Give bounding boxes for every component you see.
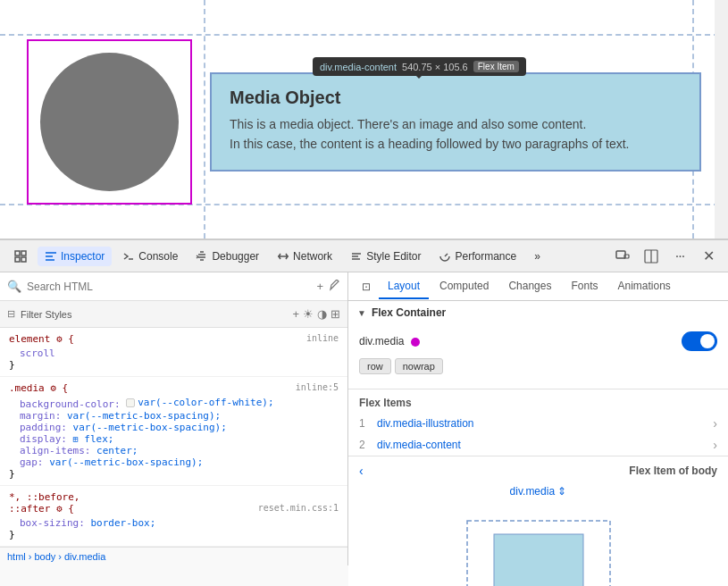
flex-item-body-header: ‹ Flex Item of body: [359, 464, 717, 478]
tab-style-editor[interactable]: Style Editor: [343, 247, 428, 266]
html-panel: 🔍 + ⊟ Filter Styles + ☀: [0, 272, 348, 565]
svg-rect-3: [21, 257, 26, 262]
flex-item-name-2: div.media-content: [377, 439, 713, 451]
breadcrumb-html[interactable]: html: [7, 551, 26, 562]
tooltip-filename: div.media-content: [320, 62, 397, 72]
flex-container-section-header[interactable]: ▼ Flex Container: [348, 301, 728, 324]
html-search-bar: 🔍 +: [0, 272, 347, 301]
css-prop-display: display: ⊞ flex;: [9, 433, 339, 445]
color-scheme-button[interactable]: ◑: [317, 307, 327, 321]
css-source-element: inline: [306, 333, 339, 343]
tool-inspector-icon[interactable]: [7, 247, 34, 266]
html-breadcrumb: html › body › div.media: [0, 547, 347, 565]
breadcrumb-div-media[interactable]: div.media: [64, 551, 105, 562]
flex-container-item-label: div.media: [359, 335, 420, 347]
css-rule-close-reset: }: [9, 529, 339, 540]
flex-item-body-section: ‹ Flex Item of body div.media ⇕: [348, 456, 728, 586]
media-circle-image: [40, 53, 179, 191]
css-selector-reset: *, ::before, ::after ⚙ { reset.min.css:1: [9, 491, 339, 515]
css-selector-element: element ⚙ { inline: [9, 333, 339, 345]
split-panel-button[interactable]: [639, 244, 664, 269]
css-rule-element: element ⚙ { inline scroll }: [0, 328, 347, 377]
close-devtools-button[interactable]: ✕: [696, 244, 721, 269]
tab-network[interactable]: Network: [270, 247, 339, 266]
tab-performance[interactable]: Performance: [431, 247, 523, 266]
breadcrumb-sep-2: ›: [58, 551, 62, 562]
css-source-media: inline:5: [296, 382, 339, 392]
ellipsis-icon: ···: [675, 248, 684, 264]
box-model-svg: [449, 512, 628, 586]
tooltip-dims: 540.75 × 105.6: [402, 62, 468, 72]
split-panel-icon: [644, 249, 658, 264]
debugger-icon: [196, 250, 208, 263]
tab-network-label: Network: [293, 250, 332, 263]
tab-animations[interactable]: Animations: [608, 274, 679, 299]
style-editor-icon: [350, 250, 363, 263]
media-paragraph-2: In this case, the content is a heading f…: [230, 137, 682, 151]
css-right-panel: ⊡ Layout Computed Changes Fonts Animatio…: [348, 272, 728, 586]
media-illustration: [27, 39, 192, 205]
flex-item-2[interactable]: 2 div.media-content ›: [348, 434, 728, 456]
console-icon: [122, 250, 135, 263]
scrollbar[interactable]: [715, 0, 728, 239]
breadcrumb-body[interactable]: body: [34, 551, 55, 562]
flex-container-label: Flex Container: [372, 306, 446, 319]
flex-item-name-1: div.media-illustration: [377, 417, 713, 430]
flex-container-toggle[interactable]: [682, 331, 717, 351]
preview-content: Media Object This is a media object. The…: [0, 0, 728, 239]
css-rule-close: }: [9, 359, 339, 371]
tab-console-label: Console: [138, 250, 178, 263]
flex-items-header: Flex Items: [348, 397, 728, 409]
svg-rect-2: [15, 257, 20, 262]
tab-console[interactable]: Console: [115, 247, 185, 266]
css-prop-gap: gap: var(--metric-box-spacing);: [9, 456, 339, 468]
css-prop-padding: padding: var(--metric-box-spacing);: [9, 422, 339, 433]
css-rules-container: element ⚙ { inline scroll } .media ⚙ { i…: [0, 328, 347, 547]
nav-arrows: ‹: [359, 464, 364, 478]
flex-container-item-row: div.media: [359, 331, 717, 351]
breadcrumb-sep-1: ›: [29, 551, 32, 562]
filter-styles-label: Filter Styles: [21, 309, 71, 320]
pick-element-button[interactable]: [329, 280, 340, 294]
tab-inspector[interactable]: Inspector: [38, 247, 112, 266]
css-prop-bgcolor: background-color: var(--color-off-white)…: [9, 397, 339, 410]
tab-computed[interactable]: Computed: [431, 274, 498, 299]
add-rule-button[interactable]: +: [292, 307, 299, 321]
inspector-panel-icon: [45, 250, 57, 263]
flex-item-arrow-2: ›: [713, 438, 717, 452]
css-rule-reset: *, ::before, ::after ⚙ { reset.min.css:1…: [0, 486, 347, 547]
responsive-icon: [615, 249, 630, 264]
flex-tag-row[interactable]: row: [359, 358, 391, 374]
print-button[interactable]: ⊞: [331, 307, 340, 321]
tab-more[interactable]: »: [527, 247, 548, 266]
media-heading: Media Object: [230, 88, 682, 108]
flex-body-name: div.media ⇕: [359, 485, 717, 498]
dark-mode-button[interactable]: ☀: [303, 307, 314, 321]
nav-arrow-prev[interactable]: ‹: [359, 464, 364, 478]
css-selector-media: .media ⚙ { inline:5: [9, 382, 339, 394]
css-prop-scroll: scroll: [9, 347, 339, 359]
browser-preview: div.media-content 540.75 × 105.6 Flex It…: [0, 0, 728, 239]
tab-fonts[interactable]: Fonts: [562, 274, 607, 299]
flex-item-num-1: 1: [359, 417, 370, 430]
devtools-toolbar: Inspector Console Debugger Network: [0, 240, 728, 272]
media-paragraph-1: This is a media object. There's an image…: [230, 117, 682, 131]
css-prop-align: align-items: center;: [9, 445, 339, 456]
inspector-svg-icon: [14, 250, 27, 263]
more-icon: »: [534, 250, 540, 263]
flex-item-body-label: Flex Item of body: [629, 465, 717, 477]
html-search-input[interactable]: [27, 280, 311, 293]
flex-item-1[interactable]: 1 div.media-illustration ›: [348, 413, 728, 434]
add-node-button[interactable]: +: [316, 280, 323, 293]
responsive-design-button[interactable]: [610, 244, 635, 269]
more-options-button[interactable]: ···: [667, 244, 692, 269]
tab-layout[interactable]: Layout: [379, 274, 429, 299]
css-rule-media: .media ⚙ { inline:5 background-color: va…: [0, 377, 347, 486]
tab-debugger[interactable]: Debugger: [188, 247, 266, 266]
tab-inspector-label: Inspector: [61, 250, 105, 263]
layout-panel-toggle[interactable]: ⊡: [356, 274, 377, 299]
network-icon: [277, 250, 289, 263]
element-tooltip: div.media-content 540.75 × 105.6 Flex It…: [313, 57, 526, 76]
flex-tag-nowrap[interactable]: nowrap: [395, 358, 443, 374]
tab-changes[interactable]: Changes: [499, 274, 560, 299]
